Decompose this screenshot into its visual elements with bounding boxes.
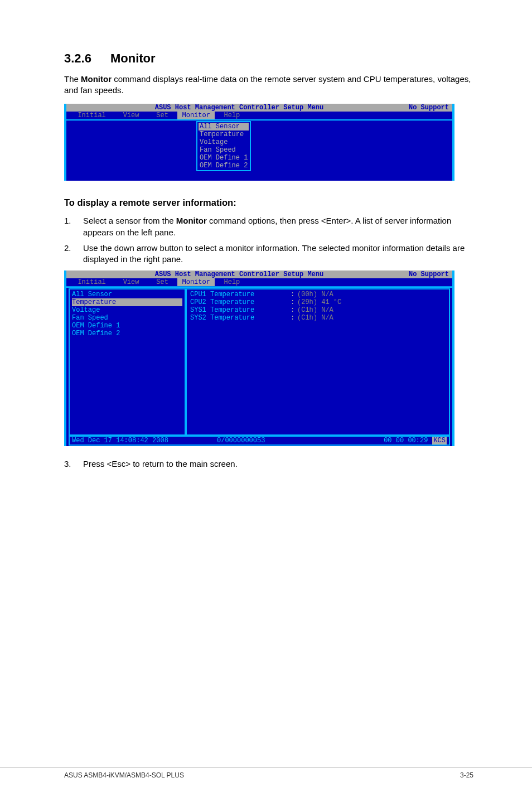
reading-row: CPU1 Temperature:(00h) N/A	[190, 291, 446, 298]
menu-view[interactable]: View	[115, 112, 147, 119]
step-number: 2.	[64, 243, 83, 265]
terminal-title-text: ASUS Host Management Controller Setup Me…	[70, 104, 409, 112]
reading-value: (29h) 41 °C	[297, 298, 341, 306]
terminal-menubar: Initial View Set Monitor Help	[66, 278, 452, 286]
list-item[interactable]: OEM Define 2	[72, 330, 182, 337]
sensor-category-list: All Sensor Temperature Voltage Fan Speed…	[69, 288, 186, 436]
step-2: 2. Use the down arrow button to select a…	[64, 243, 473, 265]
reading-label: CPU2 Temperature	[190, 298, 291, 306]
steps-list-2: 3. Press <Esc> to return to the main scr…	[64, 458, 473, 470]
menu-initial[interactable]: Initial	[70, 112, 114, 119]
step-text: Use the down arrow button to select a mo…	[83, 243, 473, 265]
menu-view[interactable]: View	[115, 278, 147, 286]
list-item[interactable]: Temperature	[72, 298, 182, 306]
list-item[interactable]: All Sensor	[72, 291, 182, 298]
reading-row: CPU2 Temperature:(29h) 41 °C	[190, 298, 446, 306]
menu-set[interactable]: Set	[148, 278, 176, 286]
dropdown-item-temperature[interactable]: Temperature	[199, 131, 249, 138]
steps-list: 1. Select a sensor from the Monitor comm…	[64, 215, 473, 265]
step-3: 3. Press <Esc> to return to the main scr…	[64, 458, 473, 470]
step-number: 1.	[64, 215, 83, 238]
terminal-title-text: ASUS Host Management Controller Setup Me…	[70, 270, 409, 278]
reading-row: SYS2 Temperature:(C1h) N/A	[190, 314, 446, 322]
reading-value: (C1h) N/A	[297, 314, 333, 322]
reading-value: (00h) N/A	[297, 291, 333, 298]
terminal-screenshot-2: ASUS Host Management Controller Setup Me…	[64, 270, 454, 446]
sensor-readings-pane: CPU1 Temperature:(00h) N/A CPU2 Temperat…	[186, 288, 450, 436]
status-counter: 0/0000000053	[217, 437, 361, 445]
dropdown-item-all-sensor[interactable]: All Sensor	[199, 123, 249, 131]
terminal-menubar: Initial View Set Monitor Help	[66, 112, 452, 119]
status-mode: KCS	[432, 437, 447, 445]
terminal-body: All Sensor Temperature Voltage Fan Speed…	[66, 286, 452, 446]
subheading: To display a remote server information:	[64, 196, 473, 209]
reading-row: SYS1 Temperature:(C1h) N/A	[190, 306, 446, 314]
reading-label: CPU1 Temperature	[190, 291, 291, 298]
menu-initial[interactable]: Initial	[70, 278, 114, 286]
dropdown-item-oem-define-1[interactable]: OEM Define 1	[199, 154, 249, 162]
section-number: 3.2.6	[64, 51, 91, 65]
status-uptime: 00 00 00:29	[361, 437, 428, 445]
step-1: 1. Select a sensor from the Monitor comm…	[64, 215, 473, 238]
terminal-statusbar: Wed Dec 17 14:08:42 2008 0/0000000053 00…	[69, 436, 450, 446]
terminal-titlebar: ASUS Host Management Controller Setup Me…	[66, 270, 452, 278]
step-number: 3.	[64, 458, 83, 470]
menu-monitor[interactable]: Monitor	[177, 112, 215, 119]
step-text: Select a sensor from the Monitor command…	[83, 215, 473, 238]
dropdown-item-fan-speed[interactable]: Fan Speed	[199, 146, 249, 154]
intro-paragraph: The Monitor command displays real-time d…	[64, 74, 473, 96]
menu-set[interactable]: Set	[148, 112, 176, 119]
dropdown-item-oem-define-2[interactable]: OEM Define 2	[199, 162, 249, 170]
terminal-body: All Sensor Temperature Voltage Fan Speed…	[66, 119, 452, 181]
reading-value: (C1h) N/A	[297, 306, 333, 314]
menu-help[interactable]: Help	[216, 112, 240, 119]
list-item[interactable]: Fan Speed	[72, 314, 182, 322]
reading-label: SYS1 Temperature	[190, 306, 291, 314]
terminal-title-right: No Support	[409, 104, 449, 112]
section-heading: 3.2.6Monitor	[64, 50, 473, 67]
dropdown-item-voltage[interactable]: Voltage	[199, 138, 249, 146]
terminal-titlebar: ASUS Host Management Controller Setup Me…	[66, 104, 452, 112]
terminal-screenshot-1: ASUS Host Management Controller Setup Me…	[64, 104, 454, 181]
list-item[interactable]: Voltage	[72, 306, 182, 314]
terminal-title-right: No Support	[409, 270, 449, 278]
section-title: Monitor	[110, 51, 156, 65]
monitor-dropdown: All Sensor Temperature Voltage Fan Speed…	[196, 121, 251, 171]
list-item[interactable]: OEM Define 1	[72, 322, 182, 330]
menu-help[interactable]: Help	[216, 278, 240, 286]
step-text: Press <Esc> to return to the main screen…	[83, 458, 473, 470]
status-datetime: Wed Dec 17 14:08:42 2008	[72, 437, 217, 445]
reading-label: SYS2 Temperature	[190, 314, 291, 322]
menu-monitor[interactable]: Monitor	[177, 278, 215, 286]
